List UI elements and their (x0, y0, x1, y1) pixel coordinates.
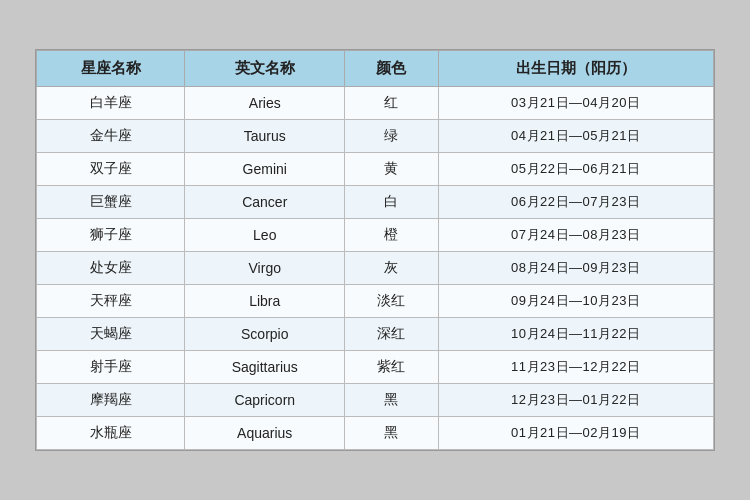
cell-color: 紫红 (345, 351, 438, 384)
cell-dates: 12月23日—01月22日 (438, 384, 713, 417)
header-english-name: 英文名称 (185, 51, 345, 87)
cell-dates: 10月24日—11月22日 (438, 318, 713, 351)
cell-color: 绿 (345, 120, 438, 153)
cell-english-name: Capricorn (185, 384, 345, 417)
cell-color: 红 (345, 87, 438, 120)
table-row: 射手座Sagittarius紫红11月23日—12月22日 (37, 351, 714, 384)
cell-english-name: Taurus (185, 120, 345, 153)
cell-chinese-name: 狮子座 (37, 219, 185, 252)
table-row: 金牛座Taurus绿04月21日—05月21日 (37, 120, 714, 153)
cell-color: 黑 (345, 417, 438, 450)
cell-chinese-name: 天蝎座 (37, 318, 185, 351)
cell-chinese-name: 巨蟹座 (37, 186, 185, 219)
table-row: 水瓶座Aquarius黑01月21日—02月19日 (37, 417, 714, 450)
table-row: 天秤座Libra淡红09月24日—10月23日 (37, 285, 714, 318)
cell-chinese-name: 天秤座 (37, 285, 185, 318)
cell-english-name: Aquarius (185, 417, 345, 450)
cell-dates: 04月21日—05月21日 (438, 120, 713, 153)
cell-color: 黑 (345, 384, 438, 417)
zodiac-table: 星座名称 英文名称 颜色 出生日期（阳历） 白羊座Aries红03月21日—04… (36, 50, 714, 450)
table-header-row: 星座名称 英文名称 颜色 出生日期（阳历） (37, 51, 714, 87)
table-body: 白羊座Aries红03月21日—04月20日金牛座Taurus绿04月21日—0… (37, 87, 714, 450)
header-color: 颜色 (345, 51, 438, 87)
cell-dates: 09月24日—10月23日 (438, 285, 713, 318)
cell-dates: 05月22日—06月21日 (438, 153, 713, 186)
table-row: 白羊座Aries红03月21日—04月20日 (37, 87, 714, 120)
table-row: 狮子座Leo橙07月24日—08月23日 (37, 219, 714, 252)
table-row: 巨蟹座Cancer白06月22日—07月23日 (37, 186, 714, 219)
cell-chinese-name: 双子座 (37, 153, 185, 186)
zodiac-table-container: 星座名称 英文名称 颜色 出生日期（阳历） 白羊座Aries红03月21日—04… (35, 49, 715, 451)
cell-chinese-name: 处女座 (37, 252, 185, 285)
header-chinese-name: 星座名称 (37, 51, 185, 87)
table-row: 天蝎座Scorpio深红10月24日—11月22日 (37, 318, 714, 351)
cell-dates: 07月24日—08月23日 (438, 219, 713, 252)
table-row: 摩羯座Capricorn黑12月23日—01月22日 (37, 384, 714, 417)
cell-dates: 11月23日—12月22日 (438, 351, 713, 384)
cell-dates: 06月22日—07月23日 (438, 186, 713, 219)
cell-color: 灰 (345, 252, 438, 285)
cell-color: 橙 (345, 219, 438, 252)
cell-chinese-name: 白羊座 (37, 87, 185, 120)
cell-chinese-name: 射手座 (37, 351, 185, 384)
cell-english-name: Virgo (185, 252, 345, 285)
table-row: 双子座Gemini黄05月22日—06月21日 (37, 153, 714, 186)
cell-english-name: Aries (185, 87, 345, 120)
cell-dates: 01月21日—02月19日 (438, 417, 713, 450)
cell-english-name: Libra (185, 285, 345, 318)
cell-dates: 03月21日—04月20日 (438, 87, 713, 120)
cell-english-name: Scorpio (185, 318, 345, 351)
cell-chinese-name: 水瓶座 (37, 417, 185, 450)
cell-english-name: Sagittarius (185, 351, 345, 384)
header-dates: 出生日期（阳历） (438, 51, 713, 87)
cell-english-name: Gemini (185, 153, 345, 186)
cell-color: 淡红 (345, 285, 438, 318)
cell-color: 黄 (345, 153, 438, 186)
table-row: 处女座Virgo灰08月24日—09月23日 (37, 252, 714, 285)
cell-chinese-name: 金牛座 (37, 120, 185, 153)
cell-color: 深红 (345, 318, 438, 351)
cell-english-name: Leo (185, 219, 345, 252)
cell-english-name: Cancer (185, 186, 345, 219)
cell-chinese-name: 摩羯座 (37, 384, 185, 417)
cell-dates: 08月24日—09月23日 (438, 252, 713, 285)
cell-color: 白 (345, 186, 438, 219)
